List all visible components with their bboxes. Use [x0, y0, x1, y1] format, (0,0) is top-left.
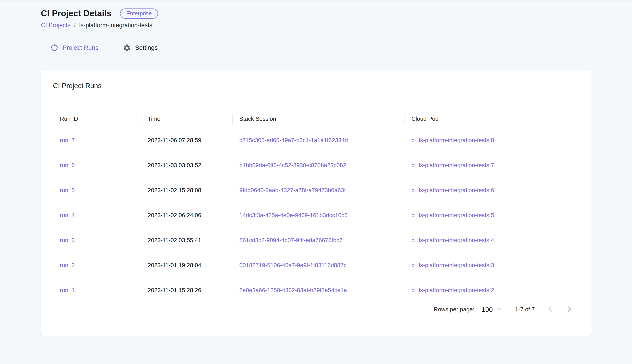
page-header: CI Project Details Enterprise CI Project…: [0, 0, 632, 34]
cloud-pod-cell: ci_ls-platform-integration-tests:2: [404, 287, 579, 294]
cloud-pod-link[interactable]: ci_ls-platform-integration-tests:5: [411, 212, 494, 218]
table-row: run_7 2023-11-06 07:28:59 c815c305-ed65-…: [53, 128, 579, 153]
stack-session-link[interactable]: c815c305-ed65-49a7-b6c1-1a1a1f62334d: [239, 137, 348, 144]
run-id-link[interactable]: run_2: [60, 262, 75, 268]
column-header-cloud-pod: Cloud Pod: [404, 116, 579, 122]
gear-icon: [123, 44, 131, 52]
table-row: run_3 2023-11-02 03:55:41 861cd3c2-9094-…: [53, 228, 579, 253]
stack-session-cell: 8a0e3a66-1250-4302-83af-b89f2a54ce1a: [233, 287, 404, 294]
run-id-cell: run_2: [53, 262, 141, 269]
run-id-link[interactable]: run_4: [60, 212, 75, 218]
cloud-pod-link[interactable]: ci_ls-platform-integration-tests:6: [411, 187, 494, 194]
table-row: run_2 2023-11-01 19:28:04 00182719-5106-…: [53, 253, 579, 278]
cloud-pod-link[interactable]: ci_ls-platform-integration-tests:3: [411, 262, 494, 268]
previous-page-button[interactable]: [545, 305, 555, 314]
run-id-cell: run_7: [53, 137, 141, 144]
table-header-row: Run ID Time Stack Session Cloud Pod: [53, 110, 579, 128]
stack-session-cell: 14dc3f3a-425a-4e0e-9469-161b3dcc10c6: [233, 212, 404, 219]
cloud-pod-link[interactable]: ci_ls-platform-integration-tests:8: [411, 137, 494, 144]
stack-session-link[interactable]: 861cd3c2-9094-4c07-9fff-eda76676fbc7: [239, 237, 343, 244]
stack-session-cell: 00182719-5106-46a7-9e9f-1f83116d887c: [233, 262, 404, 269]
cloud-pod-cell: ci_ls-platform-integration-tests:3: [404, 262, 579, 269]
chevron-right-icon: [565, 305, 573, 314]
run-id-link[interactable]: run_5: [60, 187, 75, 194]
run-id-link[interactable]: run_6: [60, 162, 75, 168]
tab-settings-label: Settings: [135, 44, 157, 51]
cloud-pod-cell: ci_ls-platform-integration-tests:4: [404, 237, 579, 244]
pagination-bar: Rows per page: 100 1-7 of 7: [41, 303, 591, 316]
cloud-pod-cell: ci_ls-platform-integration-tests:7: [404, 162, 579, 169]
rows-per-page-label: Rows per page:: [434, 306, 475, 313]
run-id-cell: run_4: [53, 212, 141, 219]
cloud-pod-link[interactable]: ci_ls-platform-integration-tests:4: [411, 237, 494, 244]
dropdown-caret-icon: [497, 308, 502, 311]
run-time-cell: 2023-11-01 15:28:26: [141, 287, 233, 294]
history-icon: [51, 44, 58, 52]
column-header-stack-session: Stack Session: [233, 116, 404, 122]
tab-project-runs-label: Project Runs: [63, 44, 98, 51]
chevron-left-icon: [546, 305, 555, 314]
run-id-cell: run_3: [53, 237, 141, 244]
stack-session-cell: 861cd3c2-9094-4c07-9fff-eda76676fbc7: [233, 237, 404, 244]
breadcrumb-separator: /: [74, 22, 76, 29]
stack-session-cell: 9fdd0640-3aab-4327-a78f-a79473b0a63f: [233, 187, 404, 194]
breadcrumb-parent-link[interactable]: CI Projects: [41, 22, 70, 29]
run-id-link[interactable]: run_3: [60, 237, 75, 244]
rows-per-page-value: 100: [482, 306, 493, 313]
table-row: run_5 2023-11-02 15:28:08 9fdd0640-3aab-…: [53, 178, 579, 203]
stack-session-link[interactable]: 8a0e3a66-1250-4302-83af-b89f2a54ce1a: [239, 287, 347, 294]
run-id-link[interactable]: run_7: [60, 137, 75, 144]
run-id-cell: run_6: [53, 162, 141, 169]
next-page-button[interactable]: [564, 305, 574, 314]
pagination-range-label: 1-7 of 7: [515, 306, 535, 313]
stack-session-link[interactable]: 00182719-5106-46a7-9e9f-1f83116d887c: [239, 262, 347, 268]
enterprise-badge: Enterprise: [120, 8, 158, 19]
tab-settings[interactable]: Settings: [123, 44, 157, 52]
card-title: CI Project Runs: [53, 82, 579, 90]
run-id-cell: run_1: [53, 287, 141, 294]
table-row: run_6 2023-11-03 03:03:52 b1bb09da-6ff0-…: [53, 153, 579, 178]
column-header-time: Time: [141, 116, 233, 122]
breadcrumb: CI Projects / ls-platform-integration-te…: [41, 22, 632, 29]
cloud-pod-link[interactable]: ci_ls-platform-integration-tests:2: [411, 287, 494, 294]
stack-session-link[interactable]: 14dc3f3a-425a-4e0e-9469-161b3dcc10c6: [239, 212, 347, 218]
table-row: run_1 2023-11-01 15:28:26 8a0e3a66-1250-…: [53, 278, 579, 303]
stack-session-link[interactable]: b1bb09da-6ff0-4c52-8930-c870ba23c082: [239, 162, 346, 168]
run-time-cell: 2023-11-02 06:24:06: [141, 212, 233, 219]
page-title: CI Project Details: [41, 9, 112, 18]
column-header-run-id: Run ID: [53, 116, 141, 122]
stack-session-cell: b1bb09da-6ff0-4c52-8930-c870ba23c082: [233, 162, 404, 169]
run-id-cell: run_5: [53, 187, 141, 194]
table-row: run_4 2023-11-02 06:24:06 14dc3f3a-425a-…: [53, 203, 579, 228]
run-time-cell: 2023-11-01 19:28:04: [141, 262, 233, 269]
cloud-pod-cell: ci_ls-platform-integration-tests:5: [404, 212, 579, 219]
ci-project-runs-card: CI Project Runs Run ID Time Stack Sessio…: [41, 70, 591, 336]
runs-table: Run ID Time Stack Session Cloud Pod run_…: [53, 110, 579, 303]
stack-session-cell: c815c305-ed65-49a7-b6c1-1a1a1f62334d: [233, 137, 404, 144]
cloud-pod-cell: ci_ls-platform-integration-tests:8: [404, 137, 579, 144]
breadcrumb-current: ls-platform-integration-tests: [79, 22, 152, 29]
tab-project-runs[interactable]: Project Runs: [51, 44, 98, 52]
rows-per-page-select[interactable]: 100: [482, 306, 502, 313]
run-time-cell: 2023-11-03 03:03:52: [141, 162, 233, 169]
run-time-cell: 2023-11-02 15:28:08: [141, 187, 233, 194]
run-time-cell: 2023-11-02 03:55:41: [141, 237, 233, 244]
run-time-cell: 2023-11-06 07:28:59: [141, 137, 233, 144]
tab-bar: Project Runs Settings: [0, 34, 632, 62]
table-body: run_7 2023-11-06 07:28:59 c815c305-ed65-…: [53, 128, 579, 303]
run-id-link[interactable]: run_1: [60, 287, 75, 294]
cloud-pod-cell: ci_ls-platform-integration-tests:6: [404, 187, 579, 194]
stack-session-link[interactable]: 9fdd0640-3aab-4327-a78f-a79473b0a63f: [239, 187, 346, 194]
cloud-pod-link[interactable]: ci_ls-platform-integration-tests:7: [411, 162, 494, 168]
